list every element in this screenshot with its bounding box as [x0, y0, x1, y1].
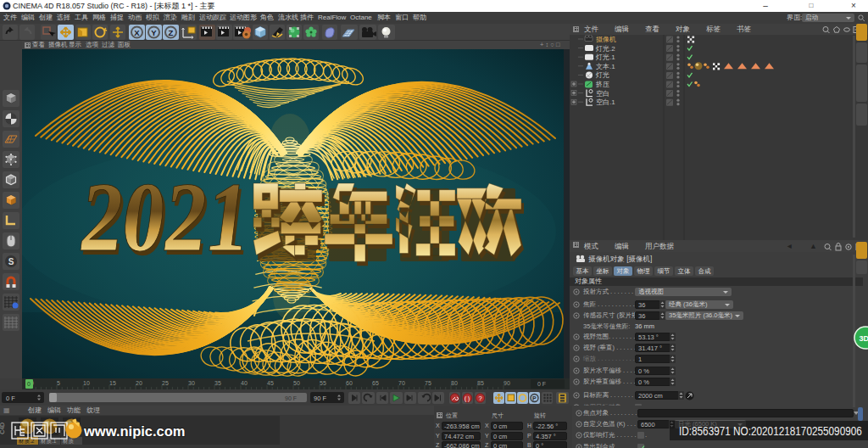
svg-text:5: 5 — [57, 380, 60, 386]
svg-text:65: 65 — [372, 380, 379, 386]
svg-text:40: 40 — [241, 380, 248, 386]
svg-text:灯光.1: 灯光.1 — [595, 53, 615, 61]
svg-text:60: 60 — [346, 380, 353, 386]
svg-text:55: 55 — [320, 380, 326, 386]
svg-text:X: X — [134, 28, 140, 37]
svg-text:20: 20 — [136, 380, 142, 386]
svg-text:85: 85 — [477, 380, 484, 386]
svg-text:S: S — [8, 257, 14, 266]
svg-text:文本.1: 文本.1 — [596, 63, 615, 70]
svg-text:0 F: 0 F — [537, 381, 546, 387]
svg-text:50: 50 — [293, 380, 300, 386]
svg-text:挤压: 挤压 — [595, 81, 609, 88]
svg-text:25: 25 — [162, 380, 169, 386]
svg-text:70: 70 — [398, 380, 405, 386]
svg-text:摄像机: 摄像机 — [595, 36, 616, 43]
svg-text:空白: 空白 — [596, 90, 609, 98]
svg-text:90 F: 90 F — [285, 395, 297, 401]
svg-text:0: 0 — [27, 381, 31, 387]
svg-text:Z: Z — [169, 28, 174, 37]
svg-text:0 F: 0 F — [6, 395, 15, 402]
svg-text:90: 90 — [504, 380, 510, 386]
svg-text:15: 15 — [109, 380, 116, 386]
svg-text:45: 45 — [267, 380, 274, 386]
svg-text:80: 80 — [451, 380, 458, 386]
svg-text:?: ? — [479, 395, 482, 402]
svg-text:( ): ( ) — [465, 395, 470, 402]
svg-text:www.nipic.com: www.nipic.com — [83, 423, 186, 439]
svg-text:2021: 2021 — [74, 161, 255, 272]
svg-text:P: P — [532, 395, 537, 401]
svg-text:90 F: 90 F — [314, 395, 326, 402]
svg-text:30: 30 — [188, 380, 195, 386]
svg-text:Y: Y — [151, 28, 157, 37]
svg-text:灯光: 灯光 — [595, 71, 609, 79]
svg-text:灯光.2: 灯光.2 — [595, 45, 615, 53]
svg-text:35: 35 — [214, 380, 221, 386]
svg-text:75: 75 — [425, 380, 431, 386]
svg-text:10: 10 — [83, 380, 90, 386]
svg-text:空白.1: 空白.1 — [596, 98, 615, 106]
